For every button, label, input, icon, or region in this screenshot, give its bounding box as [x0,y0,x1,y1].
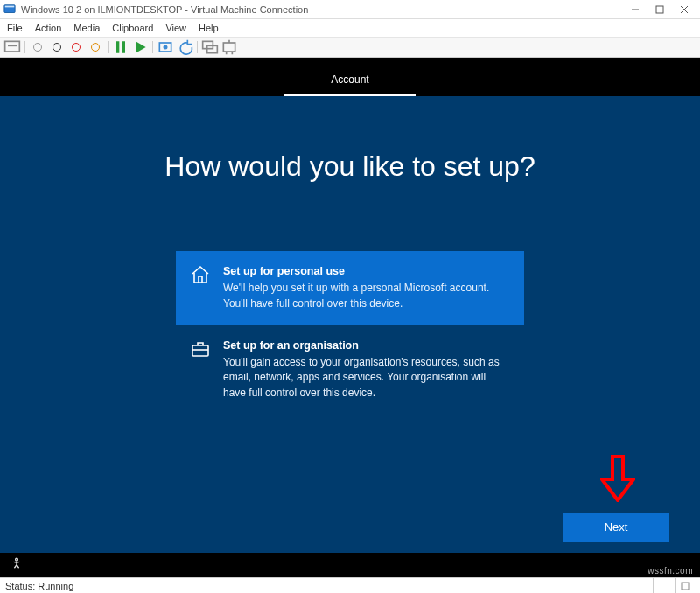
status-label: Status: Running [5,581,74,591]
start-button[interactable] [29,39,46,55]
oobe-topbar: Account [0,58,700,96]
share-button[interactable] [220,39,238,55]
svg-point-10 [16,558,18,561]
svg-rect-1 [5,5,15,7]
option-desc: We'll help you set it up with a personal… [223,281,510,311]
snapshot-button[interactable] [157,39,174,55]
svg-rect-2 [656,6,663,13]
toolbar [0,37,700,58]
option-organisation[interactable]: Set up for an organisation You'll gain a… [176,325,524,415]
status-cell [653,578,675,593]
toolbar-separator [108,41,108,53]
option-personal[interactable]: Set up for personal use We'll help you s… [176,251,524,325]
oobe-bottombar [0,553,700,577]
menu-view[interactable]: View [165,23,186,33]
toolbar-separator [24,41,25,53]
revert-button[interactable] [176,39,193,55]
close-button[interactable] [672,1,696,18]
vm-display: Account How would you like to set up? Se… [0,58,700,577]
window-title: Windows 10 2 on ILMIONTDESKTOP - Virtual… [21,4,308,15]
menubar: File Action Media Clipboard View Help [0,19,700,37]
watermark: wssfn.com [648,566,693,576]
option-title: Set up for an organisation [223,338,510,353]
maximize-button[interactable] [648,1,672,18]
enhanced-session-button[interactable] [201,39,219,55]
page-heading: How would you like to set up? [0,150,700,183]
svg-point-5 [164,45,168,50]
menu-media[interactable]: Media [74,23,100,33]
option-desc: You'll gain access to your organisation'… [223,355,510,401]
svg-rect-8 [223,43,234,52]
toolbar-separator [197,41,198,53]
statusbar: Status: Running [0,577,700,593]
menu-file[interactable]: File [7,23,23,33]
home-icon [190,264,211,285]
accessibility-icon[interactable] [10,557,23,573]
annotation-arrow-icon [600,455,635,502]
status-cell [675,578,695,593]
tab-account[interactable]: Account [284,63,416,96]
briefcase-icon [190,338,211,359]
minimize-button[interactable] [623,1,648,18]
option-title: Set up for personal use [223,263,510,279]
svg-rect-11 [682,583,689,590]
app-icon [4,3,16,16]
play-button[interactable] [131,39,149,55]
setup-options: Set up for personal use We'll help you s… [176,251,524,415]
menu-help[interactable]: Help [199,23,219,33]
menu-clipboard[interactable]: Clipboard [112,23,153,33]
ctrl-alt-del-button[interactable] [4,39,21,55]
turnoff-button[interactable] [48,39,66,55]
next-button[interactable]: Next [564,513,668,542]
titlebar: Windows 10 2 on ILMIONTDESKTOP - Virtual… [0,0,700,19]
toolbar-separator [152,41,153,53]
reset-button[interactable] [87,39,104,55]
shutdown-button[interactable] [67,39,85,55]
svg-rect-9 [192,345,208,356]
menu-action[interactable]: Action [35,23,62,33]
pause-button[interactable] [112,39,130,55]
